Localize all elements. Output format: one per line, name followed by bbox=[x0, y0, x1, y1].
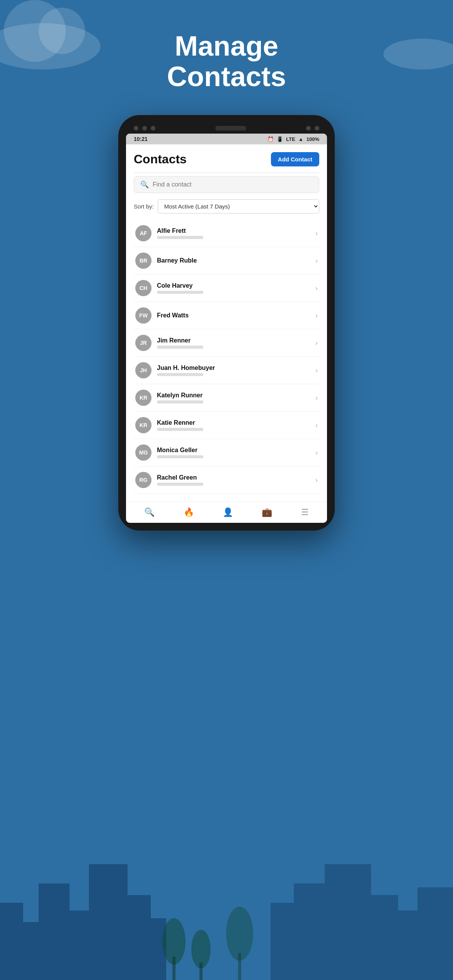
contact-name: Monica Geller bbox=[157, 447, 310, 454]
contact-name: Fred Watts bbox=[157, 312, 310, 319]
deals-nav[interactable]: 💼 bbox=[262, 507, 272, 517]
contact-name: Alfie Frett bbox=[157, 227, 310, 234]
sort-select[interactable]: Most Active (Last 7 Days)AlphabeticalRec… bbox=[158, 199, 319, 214]
phone-body: 10:21 ⏰ 📳 LTE ▲ 100% Contacts Add Contac… bbox=[118, 115, 335, 531]
app-header: Contacts Add Contact bbox=[134, 152, 319, 166]
contacts-nav[interactable]: 👤 bbox=[223, 507, 233, 517]
chevron-right-icon: › bbox=[315, 257, 318, 265]
contact-item[interactable]: KRKatelyn Runner› bbox=[134, 384, 319, 412]
notch-dot-2 bbox=[142, 126, 147, 131]
search-icon: 🔍 bbox=[140, 180, 149, 189]
contact-avatar: JR bbox=[135, 335, 152, 351]
contact-avatar: JH bbox=[135, 362, 152, 378]
svg-rect-12 bbox=[417, 887, 453, 980]
svg-rect-11 bbox=[398, 910, 417, 980]
chevron-right-icon: › bbox=[315, 449, 318, 457]
menu-nav[interactable]: ☰ bbox=[301, 507, 309, 517]
contact-item[interactable]: AFAlfie Frett› bbox=[134, 220, 319, 247]
app-content: Contacts Add Contact 🔍 Sort by: Most Act… bbox=[126, 144, 327, 502]
svg-rect-2 bbox=[39, 883, 70, 980]
svg-rect-16 bbox=[199, 963, 203, 980]
svg-rect-4 bbox=[89, 864, 128, 980]
status-bar: 10:21 ⏰ 📳 LTE ▲ 100% bbox=[126, 134, 327, 144]
contact-detail-bar bbox=[157, 346, 203, 349]
contact-detail-bar bbox=[157, 428, 203, 431]
search-nav[interactable]: 🔍 bbox=[144, 507, 155, 517]
phone-mockup: 10:21 ⏰ 📳 LTE ▲ 100% Contacts Add Contac… bbox=[118, 115, 335, 531]
add-contact-button[interactable]: Add Contact bbox=[271, 152, 319, 166]
search-bar[interactable]: 🔍 bbox=[134, 176, 319, 193]
chevron-right-icon: › bbox=[315, 476, 318, 484]
svg-rect-9 bbox=[325, 864, 371, 980]
contact-avatar: KR bbox=[135, 390, 152, 406]
notch-dot-1 bbox=[134, 126, 138, 131]
svg-rect-14 bbox=[172, 957, 175, 980]
contact-item[interactable]: RGRachel Green› bbox=[134, 466, 319, 494]
chevron-right-icon: › bbox=[315, 394, 318, 402]
contact-avatar: KR bbox=[135, 417, 152, 433]
phone-notch bbox=[126, 123, 327, 134]
vibrate-icon: 📳 bbox=[277, 136, 283, 142]
cloud-decoration-2 bbox=[383, 39, 453, 70]
contact-info: Alfie Frett bbox=[157, 227, 310, 239]
contact-item[interactable]: JRJim Renner› bbox=[134, 329, 319, 357]
contact-list: AFAlfie Frett›BRBarney Ruble›CHCole Harv… bbox=[134, 220, 319, 494]
signal-icon: ▲ bbox=[298, 136, 303, 142]
contact-info: Fred Watts bbox=[157, 312, 310, 319]
contact-detail-bar bbox=[157, 236, 203, 239]
activity-nav[interactable]: 🔥 bbox=[184, 507, 194, 517]
contact-name: Katelyn Runner bbox=[157, 392, 310, 399]
contact-item[interactable]: CHCole Harvey› bbox=[134, 275, 319, 302]
battery-icon: 100% bbox=[307, 136, 319, 142]
page-hero-title: Manage Contacts bbox=[167, 31, 286, 92]
contact-info: Juan H. Homebuyer bbox=[157, 365, 310, 376]
chevron-right-icon: › bbox=[315, 421, 318, 429]
svg-rect-6 bbox=[151, 918, 166, 980]
contact-item[interactable]: JHJuan H. Homebuyer› bbox=[134, 357, 319, 384]
contact-avatar: MG bbox=[135, 444, 152, 461]
contact-detail-bar bbox=[157, 373, 203, 376]
chevron-right-icon: › bbox=[315, 339, 318, 347]
contact-name: Katie Renner bbox=[157, 419, 310, 426]
contact-info: Cole Harvey bbox=[157, 282, 310, 294]
contact-item[interactable]: MGMonica Geller› bbox=[134, 439, 319, 466]
contact-info: Katelyn Runner bbox=[157, 392, 310, 404]
svg-rect-18 bbox=[238, 953, 241, 980]
contact-detail-bar bbox=[157, 455, 203, 458]
svg-point-17 bbox=[226, 907, 253, 961]
lte-label: LTE bbox=[286, 136, 295, 142]
svg-point-15 bbox=[191, 930, 211, 968]
contact-item[interactable]: FWFred Watts› bbox=[134, 302, 319, 329]
notch-dot-3 bbox=[151, 126, 155, 131]
contact-name: Juan H. Homebuyer bbox=[157, 365, 310, 371]
contact-avatar: BR bbox=[135, 253, 152, 269]
header-divider bbox=[134, 173, 319, 173]
notch-speaker bbox=[215, 126, 246, 131]
chevron-right-icon: › bbox=[315, 366, 318, 375]
svg-rect-1 bbox=[23, 922, 39, 980]
notch-dot-5 bbox=[315, 126, 319, 131]
chevron-right-icon: › bbox=[315, 229, 318, 237]
svg-rect-0 bbox=[0, 903, 23, 980]
contact-item[interactable]: KRKatie Renner› bbox=[134, 412, 319, 439]
chevron-right-icon: › bbox=[315, 312, 318, 320]
chevron-right-icon: › bbox=[315, 284, 318, 292]
search-input[interactable] bbox=[153, 181, 313, 188]
contact-detail-bar bbox=[157, 483, 203, 486]
contact-name: Jim Renner bbox=[157, 337, 310, 344]
svg-rect-7 bbox=[271, 903, 294, 980]
contact-name: Barney Ruble bbox=[157, 257, 310, 264]
phone-screen: 10:21 ⏰ 📳 LTE ▲ 100% Contacts Add Contac… bbox=[126, 134, 327, 523]
status-time: 10:21 bbox=[134, 136, 148, 142]
sort-row: Sort by: Most Active (Last 7 Days)Alphab… bbox=[134, 199, 319, 214]
svg-rect-3 bbox=[70, 910, 89, 980]
svg-rect-8 bbox=[294, 883, 325, 980]
contact-info: Monica Geller bbox=[157, 447, 310, 458]
svg-point-13 bbox=[162, 918, 186, 965]
contact-avatar: FW bbox=[135, 307, 152, 324]
app-title: Contacts bbox=[134, 152, 187, 166]
contact-avatar: CH bbox=[135, 280, 152, 296]
contact-item[interactable]: BRBarney Ruble› bbox=[134, 247, 319, 275]
contact-avatar: AF bbox=[135, 225, 152, 241]
contact-avatar: RG bbox=[135, 472, 152, 488]
